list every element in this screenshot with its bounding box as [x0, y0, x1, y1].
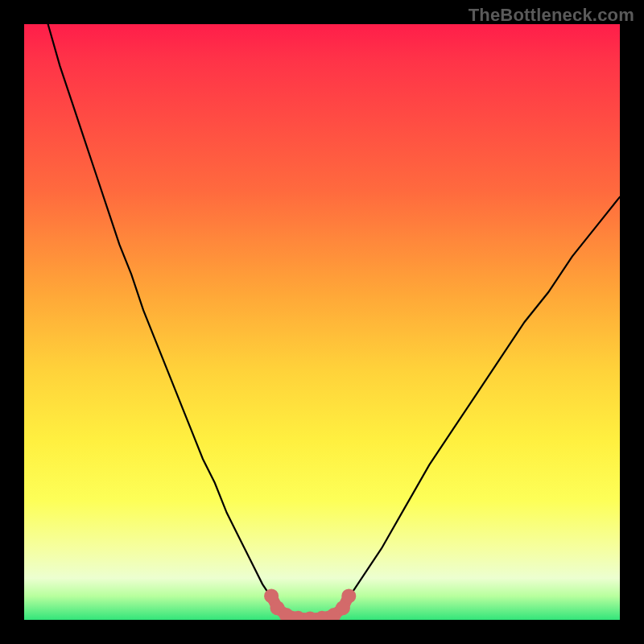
bottleneck-curve — [48, 24, 620, 619]
plot-area — [24, 24, 620, 620]
optimal-region-markers — [264, 588, 356, 620]
chart-frame: TheBottleneck.com — [0, 0, 644, 644]
curve-layer — [24, 24, 620, 620]
watermark-label: TheBottleneck.com — [469, 5, 634, 26]
marker-dot — [341, 588, 356, 603]
